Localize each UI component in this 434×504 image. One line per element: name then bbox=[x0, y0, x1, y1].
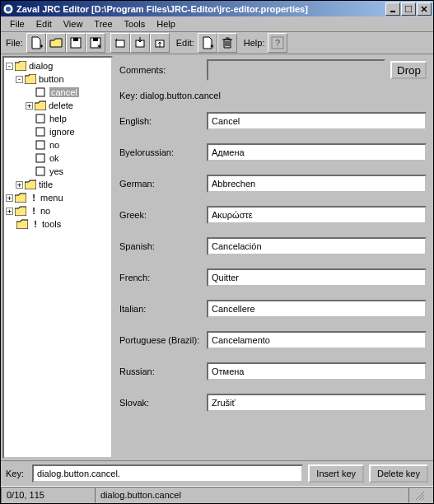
maximize-button[interactable] bbox=[401, 2, 416, 16]
import-button[interactable] bbox=[130, 33, 150, 53]
row-greek: Greek: bbox=[119, 206, 427, 224]
expand-icon[interactable]: + bbox=[6, 194, 13, 202]
window-title: Zaval JRC Editor [D:\Program Files\JRC-E… bbox=[16, 4, 385, 14]
label-spanish: Spanish: bbox=[119, 241, 207, 251]
input-german[interactable] bbox=[207, 175, 427, 193]
folder-icon bbox=[15, 193, 26, 203]
tree-node-ok[interactable]: ok bbox=[6, 152, 110, 165]
collapse-icon[interactable]: - bbox=[16, 76, 23, 83]
row-french: French: bbox=[119, 268, 427, 287]
svg-rect-26 bbox=[36, 154, 44, 162]
key-display: Key: dialog.button.cancel bbox=[119, 91, 427, 100]
tree-node-help[interactable]: help bbox=[6, 112, 110, 125]
input-byelorussian[interactable] bbox=[207, 143, 427, 161]
expand-icon[interactable]: + bbox=[6, 208, 13, 215]
tree-node-button[interactable]: -button bbox=[6, 72, 110, 86]
new-node-button[interactable]: + bbox=[110, 33, 130, 53]
tree-node-menu[interactable]: +!menu bbox=[6, 191, 110, 204]
toolbar-help-label: Help: bbox=[244, 38, 265, 48]
label-byelorussian: Byelorussian: bbox=[119, 147, 207, 157]
file-icon bbox=[35, 140, 47, 150]
tree-node-yes[interactable]: yes bbox=[6, 165, 110, 178]
toolbar-file-label: File: bbox=[6, 38, 23, 48]
titlebar: Zaval JRC Editor [D:\Program Files\JRC-E… bbox=[1, 1, 433, 16]
save-as-button[interactable]: ✶ bbox=[86, 33, 105, 53]
drop-button[interactable]: Drop bbox=[390, 61, 427, 79]
input-italian[interactable] bbox=[207, 300, 427, 318]
folder-icon bbox=[25, 180, 36, 189]
key-label: Key: bbox=[6, 469, 27, 478]
main-area: -dialog -button cancel +delete help igno… bbox=[1, 54, 433, 460]
tree-node-dialog[interactable]: -dialog bbox=[6, 59, 110, 72]
new-key-button[interactable]: ✶ bbox=[198, 33, 217, 53]
comments-label: Comments: bbox=[119, 65, 202, 75]
svg-rect-24 bbox=[36, 128, 44, 136]
label-greek: Greek: bbox=[119, 210, 207, 220]
key-input[interactable] bbox=[32, 464, 303, 483]
menu-tree[interactable]: Tree bbox=[88, 18, 118, 30]
input-greek[interactable] bbox=[207, 206, 427, 224]
tree-node-ignore[interactable]: ignore bbox=[6, 125, 110, 138]
input-russian[interactable] bbox=[207, 362, 427, 380]
open-file-button[interactable] bbox=[46, 33, 66, 53]
folder-open-icon bbox=[25, 74, 36, 84]
svg-rect-25 bbox=[36, 141, 44, 149]
warning-icon: ! bbox=[30, 219, 40, 229]
insert-key-button[interactable]: Insert key bbox=[308, 464, 364, 483]
menu-edit[interactable]: Edit bbox=[30, 18, 58, 30]
input-spanish[interactable] bbox=[207, 237, 427, 255]
save-button[interactable] bbox=[66, 33, 86, 53]
file-icon bbox=[35, 166, 47, 176]
svg-rect-23 bbox=[36, 114, 44, 123]
menu-help[interactable]: Help bbox=[151, 18, 181, 30]
menu-file[interactable]: File bbox=[4, 18, 30, 30]
svg-rect-27 bbox=[36, 167, 44, 175]
menu-view[interactable]: View bbox=[58, 18, 89, 30]
status-counts: 0/10, 115 bbox=[1, 487, 95, 503]
row-italian: Italian: bbox=[119, 300, 427, 318]
svg-rect-8 bbox=[73, 38, 78, 41]
status-path: dialog.button.cancel bbox=[95, 487, 408, 503]
tree-panel[interactable]: -dialog -button cancel +delete help igno… bbox=[2, 56, 113, 459]
comments-row: Comments: Drop bbox=[119, 59, 427, 81]
toolbar: File: ✶ ✶ + Edit: ✶ Help: ? bbox=[1, 32, 433, 54]
tree-node-no[interactable]: no bbox=[6, 138, 110, 152]
expand-icon[interactable]: + bbox=[16, 181, 23, 189]
expand-icon[interactable]: + bbox=[26, 102, 33, 110]
svg-rect-3 bbox=[405, 6, 412, 12]
svg-point-1 bbox=[6, 7, 11, 12]
input-french[interactable] bbox=[207, 268, 427, 287]
label-french: French: bbox=[119, 273, 207, 282]
input-slovak[interactable] bbox=[207, 394, 427, 412]
label-portuguese: Portuguese (Brazil): bbox=[119, 335, 207, 345]
status-bar: 0/10, 115 dialog.button.cancel bbox=[1, 486, 433, 503]
svg-text:✶: ✶ bbox=[209, 43, 214, 49]
comments-field[interactable] bbox=[207, 59, 385, 81]
tree-node-delete[interactable]: +delete bbox=[6, 99, 110, 112]
resize-grip[interactable] bbox=[408, 487, 433, 503]
file-icon bbox=[35, 114, 47, 124]
menu-tools[interactable]: Tools bbox=[119, 18, 152, 30]
tree-node-no2[interactable]: +!no bbox=[6, 204, 110, 217]
delete-key-button[interactable]: Delete key bbox=[369, 464, 428, 483]
bottom-bar: Key: Insert key Delete key bbox=[1, 460, 433, 486]
collapse-icon[interactable]: - bbox=[6, 63, 13, 70]
input-english[interactable] bbox=[207, 112, 427, 130]
help-button[interactable]: ? bbox=[268, 33, 287, 53]
svg-text:✶: ✶ bbox=[39, 43, 43, 49]
tree-node-title[interactable]: +title bbox=[6, 178, 110, 191]
new-file-button[interactable]: ✶ bbox=[26, 33, 46, 53]
minimize-button[interactable] bbox=[385, 2, 400, 16]
menubar: File Edit View Tree Tools Help bbox=[1, 16, 433, 32]
close-button[interactable] bbox=[417, 2, 432, 16]
warning-icon: ! bbox=[29, 193, 39, 203]
tree-node-cancel[interactable]: cancel bbox=[6, 86, 110, 99]
delete-key-button[interactable] bbox=[217, 33, 237, 53]
svg-text:?: ? bbox=[275, 38, 280, 48]
folder-icon bbox=[15, 206, 26, 216]
row-portuguese: Portuguese (Brazil): bbox=[119, 331, 427, 349]
input-portuguese[interactable] bbox=[207, 331, 427, 349]
export-button[interactable] bbox=[150, 33, 170, 53]
tree-node-tools[interactable]: !tools bbox=[6, 217, 110, 231]
folder-open-icon bbox=[15, 61, 26, 71]
